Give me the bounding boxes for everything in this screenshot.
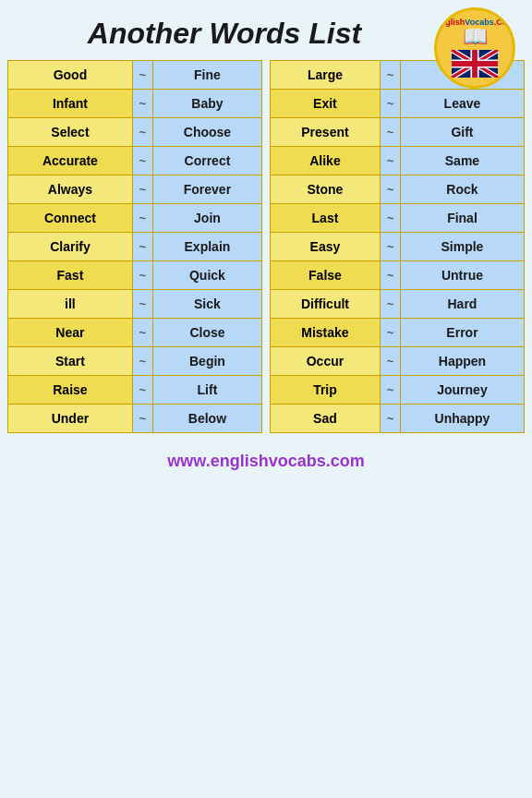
- synonym-cell: Rock: [400, 175, 524, 204]
- table-row: Last~Final: [271, 204, 525, 233]
- tilde-cell: ~: [380, 90, 400, 118]
- synonym-cell: Join: [152, 204, 261, 233]
- tilde-cell: ~: [380, 376, 400, 405]
- word-cell: Near: [8, 319, 133, 347]
- word-cell: Select: [8, 118, 133, 147]
- tilde-cell: ~: [380, 61, 400, 90]
- synonym-cell: Journey: [400, 376, 524, 405]
- tilde-cell: ~: [132, 290, 152, 319]
- tilde-cell: ~: [380, 233, 400, 261]
- tilde-cell: ~: [132, 61, 152, 90]
- tilde-cell: ~: [132, 90, 152, 118]
- synonym-cell: Choose: [152, 118, 261, 147]
- table-row: Start~Begin: [8, 347, 262, 376]
- word-cell: Easy: [271, 233, 381, 261]
- right-table: Large~BigExit~LeavePresent~GiftAlike~Sam…: [270, 60, 525, 433]
- tilde-cell: ~: [380, 204, 400, 233]
- synonym-cell: Lift: [152, 376, 261, 405]
- tilde-cell: ~: [132, 233, 152, 261]
- tilde-cell: ~: [380, 347, 400, 376]
- tables-container: Good~FineInfant~BabySelect~ChooseAccurat…: [0, 60, 532, 442]
- table-row: Always~Forever: [8, 175, 262, 204]
- word-cell: Start: [8, 347, 133, 376]
- tilde-cell: ~: [380, 147, 400, 175]
- synonym-cell: Leave: [400, 90, 524, 118]
- synonym-cell: Correct: [152, 147, 261, 175]
- word-cell: Connect: [8, 204, 133, 233]
- tilde-cell: ~: [380, 261, 400, 290]
- footer: www.englishvocabs.com: [0, 442, 532, 480]
- word-cell: False: [271, 261, 381, 290]
- table-row: False~Untrue: [271, 261, 525, 290]
- word-cell: Large: [271, 61, 381, 90]
- table-row: Trip~Journey: [271, 376, 525, 405]
- synonym-cell: Unhappy: [400, 405, 524, 433]
- table-row: Stone~Rock: [271, 175, 525, 204]
- tilde-cell: ~: [132, 118, 152, 147]
- tilde-cell: ~: [380, 175, 400, 204]
- word-cell: Always: [8, 175, 133, 204]
- table-row: Mistake~Error: [271, 319, 525, 347]
- table-row: Difficult~Hard: [271, 290, 525, 319]
- word-cell: Present: [271, 118, 381, 147]
- synonym-cell: Explain: [152, 233, 261, 261]
- logo: EnglishVocabs.Com 📖: [434, 7, 515, 89]
- word-cell: Accurate: [8, 147, 133, 175]
- logo-book-icon: 📖: [463, 27, 488, 47]
- synonym-cell: Baby: [152, 90, 261, 118]
- table-row: Easy~Simple: [271, 233, 525, 261]
- synonym-cell: Sick: [152, 290, 261, 319]
- synonym-cell: Simple: [400, 233, 524, 261]
- table-row: Accurate~Correct: [8, 147, 262, 175]
- table-row: Exit~Leave: [271, 90, 525, 118]
- table-row: Connect~Join: [8, 204, 262, 233]
- tilde-cell: ~: [380, 319, 400, 347]
- word-cell: Under: [8, 405, 133, 433]
- uk-flag-icon: [450, 50, 500, 78]
- tilde-cell: ~: [132, 319, 152, 347]
- word-cell: Good: [8, 61, 133, 90]
- synonym-cell: Same: [400, 147, 524, 175]
- synonym-cell: Forever: [152, 175, 261, 204]
- synonym-cell: Fine: [152, 61, 261, 90]
- table-row: Raise~Lift: [8, 376, 262, 405]
- synonym-cell: Quick: [152, 261, 261, 290]
- synonym-cell: Below: [152, 405, 261, 433]
- synonym-cell: Untrue: [400, 261, 524, 290]
- synonym-cell: Error: [400, 319, 524, 347]
- table-row: Good~Fine: [8, 61, 262, 90]
- word-cell: Alike: [271, 147, 381, 175]
- table-row: Near~Close: [8, 319, 262, 347]
- left-table: Good~FineInfant~BabySelect~ChooseAccurat…: [7, 60, 262, 433]
- word-cell: ill: [8, 290, 133, 319]
- table-row: Alike~Same: [271, 147, 525, 175]
- word-cell: Fast: [8, 261, 133, 290]
- synonym-cell: Close: [152, 319, 261, 347]
- word-cell: Infant: [8, 90, 133, 118]
- tilde-cell: ~: [380, 118, 400, 147]
- table-row: Select~Choose: [8, 118, 262, 147]
- page-title: Another Words List: [9, 17, 440, 51]
- tilde-cell: ~: [380, 405, 400, 433]
- table-row: Clarify~Explain: [8, 233, 262, 261]
- word-cell: Mistake: [271, 319, 381, 347]
- tilde-cell: ~: [132, 147, 152, 175]
- word-cell: Occur: [271, 347, 381, 376]
- synonym-cell: Hard: [400, 290, 524, 319]
- word-cell: Last: [271, 204, 381, 233]
- word-cell: Exit: [271, 90, 381, 118]
- table-row: Infant~Baby: [8, 90, 262, 118]
- synonym-cell: Final: [400, 204, 524, 233]
- word-cell: Sad: [271, 405, 381, 433]
- word-cell: Clarify: [8, 233, 133, 261]
- table-row: Occur~Happen: [271, 347, 525, 376]
- tilde-cell: ~: [132, 175, 152, 204]
- tilde-cell: ~: [132, 347, 152, 376]
- tilde-cell: ~: [132, 261, 152, 290]
- synonym-cell: Gift: [400, 118, 524, 147]
- tilde-cell: ~: [132, 376, 152, 405]
- table-row: Fast~Quick: [8, 261, 262, 290]
- tilde-cell: ~: [132, 405, 152, 433]
- footer-url: www.englishvocabs.com: [167, 452, 364, 470]
- word-cell: Difficult: [271, 290, 381, 319]
